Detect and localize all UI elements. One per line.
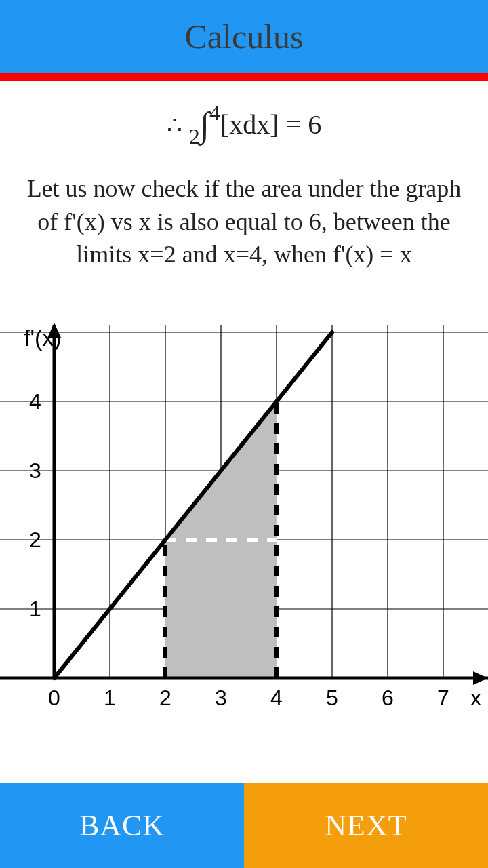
svg-text:6: 6 <box>382 686 394 710</box>
svg-text:0: 0 <box>48 686 60 710</box>
svg-text:3: 3 <box>29 458 41 483</box>
svg-text:2: 2 <box>159 686 171 710</box>
nav-footer: BACK NEXT <box>0 783 488 868</box>
svg-text:5: 5 <box>326 686 338 710</box>
lesson-paragraph: Let us now check if the area under the g… <box>14 172 474 271</box>
chart-container: 012345671234f'(x)x <box>0 305 488 726</box>
therefore-symbol: ∴ <box>167 112 182 139</box>
svg-text:3: 3 <box>215 686 227 710</box>
svg-text:7: 7 <box>437 686 449 710</box>
svg-text:4: 4 <box>29 389 41 414</box>
integral-symbol: ∫ <box>200 105 209 144</box>
lesson-content: ∴ 2∫4[xdx] = 6 Let us now check if the a… <box>0 81 488 783</box>
back-button[interactable]: BACK <box>0 783 244 868</box>
svg-text:1: 1 <box>29 597 41 621</box>
svg-marker-22 <box>473 671 488 685</box>
svg-text:2: 2 <box>29 528 41 552</box>
area-under-curve-chart: 012345671234f'(x)x <box>0 305 488 726</box>
svg-text:x: x <box>470 686 481 710</box>
integrand-text: [xdx] = 6 <box>220 109 321 140</box>
integral-upper-bound: 4 <box>209 100 220 125</box>
svg-text:4: 4 <box>270 686 283 710</box>
svg-text:f'(x): f'(x) <box>24 325 62 351</box>
integral-lower-bound: 2 <box>189 124 200 149</box>
header-divider <box>0 73 488 81</box>
app-header: Calculus <box>0 0 488 73</box>
next-button[interactable]: NEXT <box>244 783 488 868</box>
svg-text:1: 1 <box>104 686 116 710</box>
page-title: Calculus <box>185 17 304 56</box>
integral-equation: ∴ 2∫4[xdx] = 6 <box>14 102 474 145</box>
